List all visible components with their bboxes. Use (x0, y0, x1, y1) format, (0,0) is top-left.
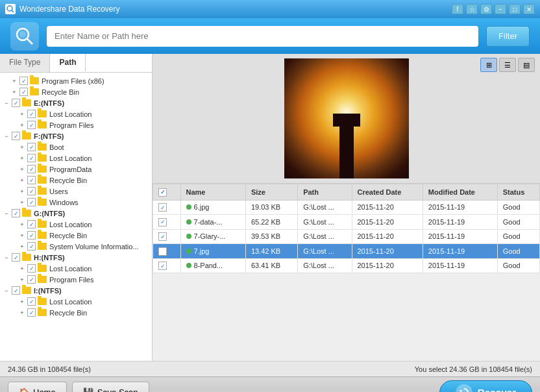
table-row[interactable]: 6.jpg 19.03 KB G:\Lost ... 2015-11-20 20… (153, 200, 540, 215)
list-item[interactable]: + Lost Location (0, 219, 152, 230)
tree: + Program Files (x86) + Recycle Bin − E:… (0, 73, 152, 321)
list-item[interactable]: + Recycle Bin (0, 307, 152, 318)
select-all-checkbox[interactable] (158, 188, 167, 197)
tree-checkbox[interactable] (27, 121, 36, 129)
table-row[interactable]: 8-Pand... 63.41 KB G:\Lost ... 2015-11-2… (153, 258, 540, 273)
tree-checkbox[interactable] (12, 132, 20, 140)
filter-button[interactable]: Filter (486, 26, 530, 47)
table-row[interactable]: 7-Glary-... 39.53 KB G:\Lost ... 2015-11… (153, 229, 540, 244)
search-icon (15, 27, 34, 46)
tree-checkbox[interactable] (19, 88, 28, 96)
tree-label: ProgramData (49, 165, 92, 173)
tree-checkbox[interactable] (19, 77, 28, 85)
row-checkbox[interactable] (158, 262, 167, 270)
col-check[interactable] (153, 184, 181, 201)
tree-label: Users (49, 188, 68, 195)
list-item[interactable]: − F:(NTFS) (0, 130, 152, 141)
list-item[interactable]: − G:(NTFS) (0, 208, 152, 219)
list-item[interactable]: + Boot (0, 141, 152, 153)
col-size[interactable]: Size (245, 184, 297, 201)
tree-checkbox[interactable] (27, 176, 36, 184)
list-item[interactable]: − H:(NTFS) (0, 252, 152, 263)
list-view-button[interactable]: ☰ (499, 58, 516, 72)
tree-checkbox[interactable] (27, 165, 36, 173)
col-modified[interactable]: Modified Date (423, 184, 497, 201)
tree-checkbox[interactable] (27, 154, 36, 162)
row-check-cell[interactable] (153, 244, 181, 259)
expand-icon: + (18, 276, 26, 284)
save-scan-button[interactable]: 💾 Save Scan (72, 382, 149, 393)
row-checkbox[interactable] (158, 232, 167, 241)
folder-icon (22, 210, 31, 217)
list-item[interactable]: + ProgramData (0, 164, 152, 175)
list-item[interactable]: + Lost Location (0, 108, 152, 119)
tree-checkbox[interactable] (27, 143, 36, 151)
list-item[interactable]: + Users (0, 186, 152, 197)
row-check-cell[interactable] (153, 215, 181, 230)
folder-icon (38, 298, 47, 305)
close-btn[interactable]: ✕ (523, 4, 535, 14)
list-item[interactable]: + Windows (0, 197, 152, 208)
tree-checkbox[interactable] (27, 220, 36, 228)
list-item[interactable]: + Lost Location (0, 153, 152, 164)
col-path[interactable]: Path (298, 184, 352, 201)
row-check-cell[interactable] (153, 258, 181, 273)
row-checkbox[interactable] (158, 218, 167, 227)
row-name: 6.jpg (180, 200, 245, 215)
drive-label: I:(NTFS) (34, 287, 62, 295)
col-status[interactable]: Status (497, 184, 539, 201)
row-check-cell[interactable] (153, 200, 181, 215)
expand-icon: + (18, 298, 26, 306)
col-name[interactable]: Name (180, 184, 245, 201)
list-item[interactable]: + Program Files (0, 119, 152, 130)
star-btn[interactable]: ☆ (466, 4, 478, 14)
settings-btn[interactable]: ⚙ (480, 4, 492, 14)
tab-path[interactable]: Path (50, 54, 86, 72)
tab-file-type[interactable]: File Type (0, 54, 50, 72)
list-item[interactable]: + Recycle Bin (0, 230, 152, 241)
row-checkbox[interactable] (158, 247, 167, 256)
detail-view-button[interactable]: ▤ (518, 58, 535, 72)
tree-checkbox[interactable] (27, 297, 36, 306)
tree-checkbox[interactable] (27, 242, 36, 251)
table-row[interactable]: 7-data-... 65.22 KB G:\Lost ... 2015-11-… (153, 215, 540, 230)
maximize-btn[interactable]: □ (509, 4, 521, 14)
tree-checkbox[interactable] (12, 253, 20, 262)
col-created[interactable]: Created Date (352, 184, 423, 201)
drive-label: F:(NTFS) (34, 132, 64, 140)
title-bar-controls: f ☆ ⚙ − □ ✕ (452, 4, 535, 14)
recover-button[interactable]: Recover (439, 380, 532, 393)
folder-icon (38, 188, 47, 195)
list-item[interactable]: + Program Files (x86) (0, 75, 152, 86)
list-item[interactable]: + Recycle Bin (0, 86, 152, 97)
sidebar-tabs: File Type Path (0, 54, 152, 73)
list-item[interactable]: + Lost Location (0, 263, 152, 274)
list-item[interactable]: − E:(NTFS) (0, 97, 152, 108)
search-input[interactable] (47, 26, 478, 47)
row-check-cell[interactable] (153, 229, 181, 244)
tree-checkbox[interactable] (27, 275, 36, 284)
tree-checkbox[interactable] (27, 308, 36, 317)
tree-checkbox[interactable] (27, 264, 36, 273)
tree-checkbox[interactable] (12, 286, 20, 295)
list-item[interactable]: + System Volume Informatio... (0, 241, 152, 252)
header: Filter (0, 18, 540, 54)
list-item[interactable]: + Lost Location (0, 296, 152, 307)
home-button[interactable]: 🏠 Home (8, 382, 67, 393)
list-item[interactable]: − I:(NTFS) (0, 285, 152, 296)
tree-checkbox[interactable] (27, 110, 36, 118)
fb-btn[interactable]: f (452, 4, 463, 14)
tree-checkbox[interactable] (27, 198, 36, 206)
list-item[interactable]: + Program Files (0, 274, 152, 285)
save-scan-label: Save Scan (97, 387, 138, 392)
tree-checkbox[interactable] (12, 99, 20, 107)
minimize-btn[interactable]: − (495, 4, 506, 14)
table-row[interactable]: 7.jpg 13.42 KB G:\Lost ... 2015-11-20 20… (153, 244, 540, 259)
tree-checkbox[interactable] (27, 187, 36, 195)
tree-checkbox[interactable] (27, 231, 36, 239)
row-checkbox[interactable] (158, 203, 167, 212)
grid-view-button[interactable]: ⊞ (480, 58, 497, 72)
drive-label: E:(NTFS) (34, 99, 64, 107)
list-item[interactable]: + Recycle Bin (0, 175, 152, 186)
tree-checkbox[interactable] (12, 209, 20, 217)
